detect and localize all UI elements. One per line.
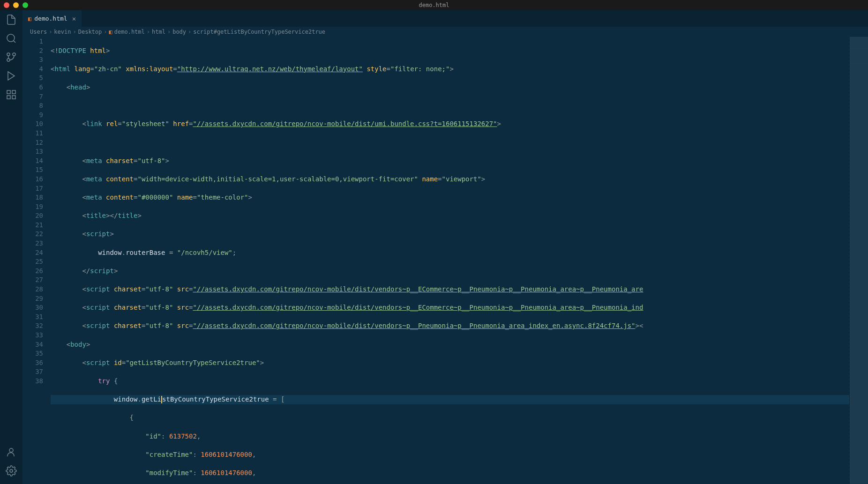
- settings-gear-icon[interactable]: [6, 465, 17, 477]
- html-file-icon: ◧: [28, 15, 31, 22]
- svg-line-1: [14, 41, 15, 43]
- tab-label: demo.html: [34, 15, 67, 22]
- traffic-lights: [4, 2, 28, 8]
- svg-point-2: [13, 53, 15, 56]
- chevron-right-icon: ›: [104, 29, 107, 35]
- breadcrumb-item[interactable]: html: [152, 29, 165, 35]
- chevron-right-icon: ›: [147, 29, 150, 35]
- breadcrumb: Users › kevin › Desktop › ◧ demo.html › …: [22, 27, 868, 37]
- breadcrumb-item[interactable]: Desktop: [78, 29, 102, 35]
- breadcrumb-item[interactable]: kevin: [54, 29, 71, 35]
- main-layout: ◧ demo.html × Users › kevin › Desktop › …: [0, 10, 868, 484]
- close-window-button[interactable]: [4, 2, 9, 8]
- chevron-right-icon: ›: [167, 29, 171, 35]
- breadcrumb-item[interactable]: Users: [30, 29, 47, 35]
- svg-rect-7: [12, 90, 15, 94]
- code-area[interactable]: <!DOCTYPE html> <html lang="zh-cn" xmlns…: [51, 37, 849, 484]
- source-control-icon[interactable]: [6, 52, 17, 63]
- breadcrumb-item[interactable]: script#getListByCountryTypeService2true: [193, 29, 325, 35]
- tab-demo-html[interactable]: ◧ demo.html ×: [22, 10, 82, 27]
- activity-bar: [0, 10, 22, 484]
- tab-bar: ◧ demo.html ×: [22, 10, 868, 27]
- breadcrumb-item[interactable]: body: [172, 29, 186, 35]
- svg-point-11: [10, 469, 13, 472]
- window-title: demo.html: [419, 2, 449, 8]
- minimap[interactable]: [849, 37, 868, 484]
- maximize-window-button[interactable]: [22, 2, 28, 8]
- svg-rect-9: [12, 96, 15, 99]
- chevron-right-icon: ›: [73, 29, 76, 35]
- svg-rect-6: [7, 90, 10, 94]
- svg-point-10: [9, 448, 13, 452]
- close-tab-icon[interactable]: ×: [72, 15, 76, 22]
- account-icon[interactable]: [6, 447, 17, 458]
- breadcrumb-item[interactable]: demo.html: [114, 29, 145, 35]
- svg-point-0: [7, 34, 15, 42]
- run-debug-icon[interactable]: [6, 70, 17, 82]
- svg-rect-8: [7, 96, 10, 99]
- window-title-bar: demo.html: [0, 0, 868, 10]
- extensions-icon[interactable]: [6, 89, 17, 100]
- svg-marker-5: [8, 72, 15, 80]
- chevron-right-icon: ›: [49, 29, 52, 35]
- svg-point-4: [7, 53, 10, 56]
- explorer-icon[interactable]: [6, 14, 17, 25]
- editor-content[interactable]: 1234567891011121314151617181920212223242…: [22, 37, 868, 484]
- editor-area: ◧ demo.html × Users › kevin › Desktop › …: [22, 10, 868, 484]
- svg-point-3: [7, 59, 10, 61]
- minimize-window-button[interactable]: [13, 2, 19, 8]
- search-icon[interactable]: [6, 33, 17, 44]
- line-number-gutter: 1234567891011121314151617181920212223242…: [22, 37, 51, 484]
- chevron-right-icon: ›: [188, 29, 191, 35]
- html-file-icon: ◧: [109, 29, 112, 35]
